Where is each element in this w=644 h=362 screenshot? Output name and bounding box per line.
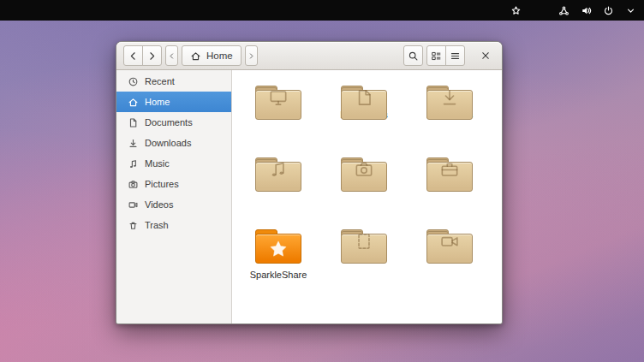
file-item-pictures[interactable]: Pictures [341,157,387,192]
search-button[interactable] [403,45,423,66]
power-icon[interactable] [603,5,614,16]
document-icon [128,117,139,128]
file-item-videos[interactable]: Videos [426,229,473,264]
sidebar-item-label: Videos [145,199,173,210]
file-label: Documents [340,110,388,120]
window-body: Recent Home Documents Downloads Music [116,70,502,323]
folder-icon [426,87,473,104]
search-icon [408,50,419,62]
desktop-wallpaper: Home [0,0,644,362]
sidebar-item-label: Pictures [145,179,179,189]
desktop-emblem [255,92,301,104]
recent-icon [128,76,139,87]
star-icon[interactable] [510,5,522,16]
file-label: Projects [432,181,467,192]
forward-button[interactable] [142,45,162,66]
file-item-templates[interactable]: Templates [341,229,387,264]
videos-emblem [426,235,473,247]
path-scroll-left-button[interactable] [165,45,178,66]
downloads-emblem [426,92,473,104]
sidebar-item-music[interactable]: Music [116,153,231,174]
pictures-emblem [341,163,387,175]
sidebar-item-documents[interactable]: Documents [116,112,231,133]
folder-icon [255,229,301,264]
chevron-left-icon [128,50,139,62]
folder-icon [341,87,387,104]
file-label: Videos [435,253,463,264]
path-label: Home [206,50,233,61]
file-item-downloads[interactable]: Downloads [426,86,473,120]
view-button-group [426,45,465,66]
system-tray [510,5,636,16]
file-label: Templates [343,253,385,264]
sidebar-item-pictures[interactable]: Pictures [116,174,231,194]
chevron-right-icon [146,50,158,62]
chevron-down-icon[interactable] [625,5,636,16]
file-item-sparkleshare[interactable]: SparkleShare [237,228,319,300]
chevron-left-icon [168,52,176,60]
folder-icon [341,159,387,175]
folder-icon [255,159,301,175]
view-toggle-icon [431,50,442,62]
sidebar-item-trash[interactable]: Trash [116,215,231,235]
sidebar-item-label: Music [145,158,170,169]
sidebar-item-recent[interactable]: Recent [116,71,231,92]
sidebar-item-label: Home [145,97,170,107]
documents-emblem [341,92,387,104]
file-item-projects[interactable]: Projects [426,157,473,192]
templates-emblem [341,235,387,247]
back-button[interactable] [123,45,143,66]
camera-icon [128,179,139,190]
sidebar-item-label: Downloads [145,138,191,148]
headerbar: Home [116,42,502,70]
file-item-documents[interactable]: Documents [341,86,387,120]
home-icon [190,50,201,62]
folder-icon [255,87,301,104]
music-emblem [255,163,301,175]
sidebar-item-label: Trash [145,220,169,230]
download-icon [128,138,139,149]
sidebar-item-home[interactable]: Home [116,92,231,112]
path-home-button[interactable]: Home [182,45,242,66]
volume-icon[interactable] [581,5,592,16]
file-item-desktop[interactable]: Desktop [255,86,301,120]
projects-emblem [426,163,473,175]
close-icon [480,50,491,61]
file-label: Downloads [426,110,473,120]
path-scroll-right-button[interactable] [245,45,258,66]
menu-icon [450,50,461,62]
view-toggle-button[interactable] [426,45,446,66]
menu-button[interactable] [445,45,465,66]
network-icon[interactable] [558,5,569,16]
file-grid: Desktop Documents Downloads [232,70,502,323]
nav-button-group [123,45,162,66]
home-icon [128,97,139,108]
top-bar [0,0,644,21]
music-icon [128,158,139,169]
sidebar-item-label: Recent [145,76,175,86]
sidebar-item-downloads[interactable]: Downloads [116,133,231,153]
folder-icon [426,231,473,247]
sidebar-item-videos[interactable]: Videos [116,194,231,215]
trash-icon [128,220,139,231]
file-label: SparkleShare [250,270,307,280]
close-button[interactable] [476,46,495,65]
file-label: Pictures [347,181,381,192]
folder-icon [341,231,387,247]
file-item-music[interactable]: Music [255,157,301,192]
sidebar-item-label: Documents [145,117,193,128]
star-emblem [255,234,301,264]
file-label: Music [266,181,291,192]
video-icon [128,199,139,211]
files-window: Home [116,41,503,324]
sidebar: Recent Home Documents Downloads Music [116,70,232,323]
folder-icon [426,159,473,175]
file-label: Desktop [261,110,295,120]
chevron-right-icon [247,52,255,60]
